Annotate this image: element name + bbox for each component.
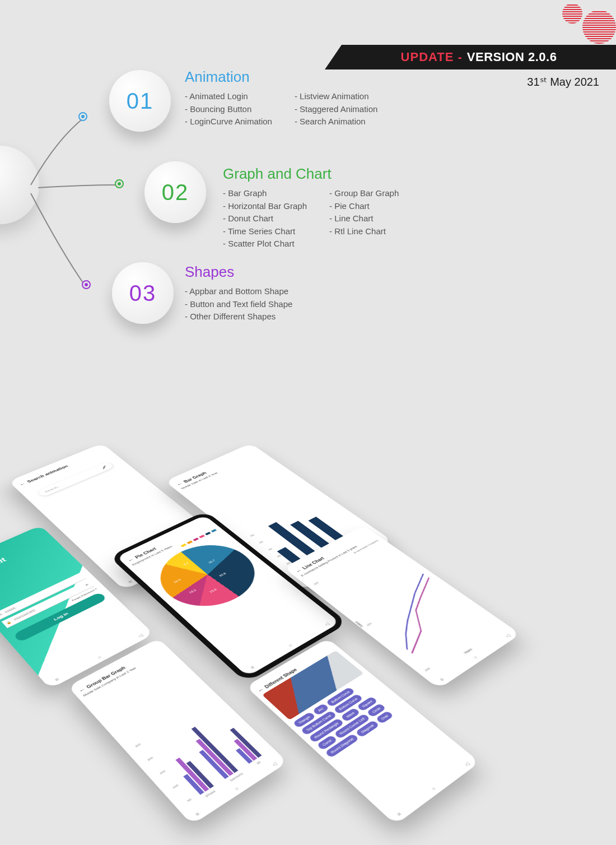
version-banner: UPDATE - VERSION 2.0.6 (325, 45, 616, 69)
section-shapes: Shapes - Appbar and Bottom Shape - Butto… (185, 263, 292, 323)
node-graph (115, 179, 124, 188)
section-list-a: - Appbar and Bottom Shape - Button and T… (185, 285, 292, 323)
section-title: Shapes (185, 263, 292, 281)
back-icon[interactable]: ← (256, 686, 265, 694)
search-input[interactable]: Search... 🎤 (37, 462, 114, 497)
brand-title: SmartKit (0, 537, 52, 579)
update-label: UPDATE - (401, 50, 463, 64)
chart-subtitle: Mobile Sale in Last 4 Year (180, 453, 260, 489)
version-label: VERSION 2.0.6 (467, 50, 557, 64)
section-animation: Animation - Animated Login - Bouncing Bu… (185, 68, 377, 128)
mic-icon[interactable]: 🎤 (101, 465, 108, 469)
section-list-a: - Animated Login - Bouncing Button - Log… (185, 90, 272, 128)
nav-menu-icon[interactable]: ≡ (127, 579, 134, 584)
node-animation (78, 112, 87, 121)
x-axis-label: Years (463, 648, 473, 654)
phones-stage: ←Search animation Search... 🎤 ≡○◁ ←Bar G… (0, 387, 616, 845)
section-title: Graph and Chart (223, 165, 399, 183)
hub-sphere (0, 146, 39, 224)
section-graph: Graph and Chart - Bar Graph - Horizontal… (223, 165, 399, 250)
release-date: 31ˢᵗ May 2021 (527, 75, 599, 89)
ball-01: 01 (109, 70, 171, 132)
section-list-b: - Listview Animation - Staggered Animati… (295, 90, 377, 128)
ball-03: 03 (112, 262, 174, 324)
section-list-a: - Bar Graph - Horizontal Bar Graph - Don… (223, 187, 307, 250)
section-title: Animation (185, 68, 377, 86)
back-icon[interactable]: ← (18, 481, 27, 487)
accent-circle-large (582, 10, 616, 44)
node-shapes (82, 280, 91, 289)
ball-02: 02 (144, 161, 206, 223)
section-list-b: - Group Bar Graph - Pie Chart - Line Cha… (329, 187, 399, 250)
back-icon[interactable]: ← (294, 568, 304, 574)
accent-circle-small (562, 3, 582, 24)
